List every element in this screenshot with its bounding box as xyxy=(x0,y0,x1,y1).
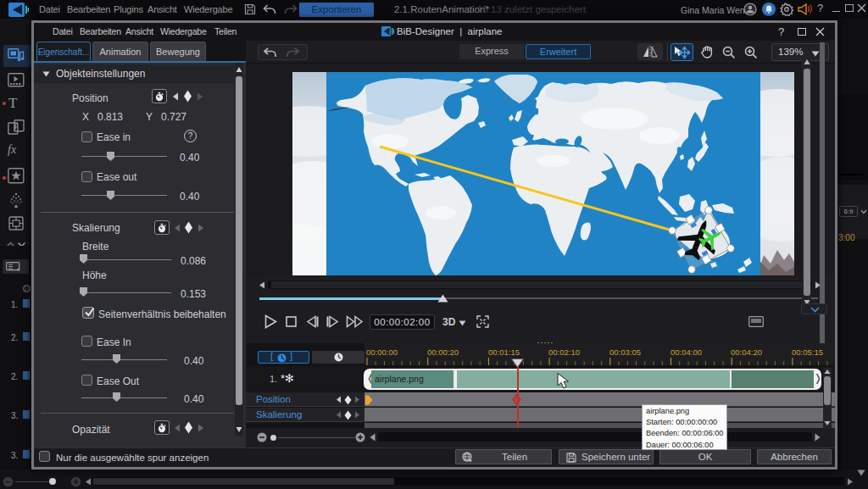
svg-text:00:04:20: 00:04:20 xyxy=(731,347,762,357)
svg-text:00:05:15: 00:05:15 xyxy=(792,347,823,357)
svg-text:00:04:00: 00:04:00 xyxy=(670,347,702,357)
svg-text:00:00:00: 00:00:00 xyxy=(366,347,398,357)
svg-text:00:00:20: 00:00:20 xyxy=(427,347,459,357)
svg-text:00:02:10: 00:02:10 xyxy=(548,347,580,357)
svg-text:00:01:15: 00:01:15 xyxy=(488,347,520,357)
svg-text:00:03:05: 00:03:05 xyxy=(609,347,641,357)
